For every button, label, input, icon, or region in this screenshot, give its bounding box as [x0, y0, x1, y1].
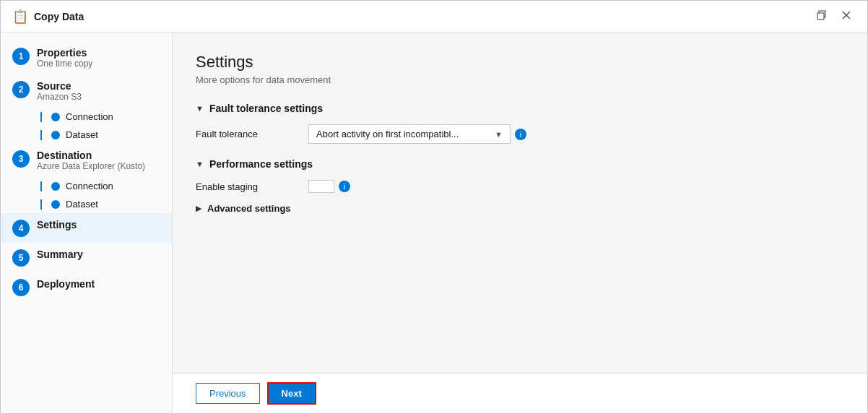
- performance-section-header: ▼ Performance settings: [196, 158, 844, 170]
- fault-tolerance-section: ▼ Fault tolerance settings Fault toleran…: [196, 103, 844, 144]
- svg-rect-1: [817, 13, 824, 20]
- advanced-settings-label: Advanced settings: [207, 203, 291, 214]
- source-sub-items: Connection Dataset: [1, 108, 172, 144]
- source-dataset-label: Dataset: [66, 129, 98, 140]
- fault-tolerance-label: Fault tolerance: [196, 129, 297, 139]
- step-sublabel-source: Amazon S3: [37, 92, 82, 102]
- source-dataset-item[interactable]: Dataset: [37, 126, 172, 144]
- step-label-settings: Settings: [37, 219, 77, 230]
- content-area: Settings More options for data movement …: [173, 33, 867, 413]
- fault-section-header: ▼ Fault tolerance settings: [196, 103, 844, 114]
- staging-wrap: i: [308, 180, 350, 193]
- destination-sub-items: Connection Dataset: [1, 177, 172, 213]
- fault-tolerance-row: Fault tolerance Abort activity on first …: [196, 124, 844, 144]
- step-label-deployment: Deployment: [37, 278, 95, 290]
- step-label-destination: Destination: [37, 150, 145, 161]
- restore-button[interactable]: [812, 9, 831, 24]
- source-connection-dot: [51, 113, 60, 121]
- fault-tolerance-info-icon[interactable]: i: [515, 129, 526, 140]
- step-badge-5: 5: [12, 249, 30, 267]
- step-badge-3: 3: [12, 150, 30, 168]
- previous-button[interactable]: Previous: [196, 383, 260, 404]
- sidebar: 1 Properties One time copy 2 Source Amaz…: [1, 33, 173, 413]
- window-title: Copy Data: [34, 11, 84, 22]
- sidebar-step-settings[interactable]: 4 Settings: [1, 213, 172, 243]
- step-label-source: Source: [37, 80, 82, 92]
- page-title: Settings: [196, 53, 844, 72]
- copy-data-window: 📋 Copy Data 1: [0, 0, 868, 414]
- step-info-6: Deployment: [37, 278, 95, 290]
- step-sublabel-properties: One time copy: [37, 59, 92, 69]
- step-label-properties: Properties: [37, 47, 92, 59]
- footer: Previous Next: [173, 373, 867, 413]
- content-inner: Settings More options for data movement …: [173, 33, 867, 373]
- performance-section: ▼ Performance settings Enable staging i …: [196, 158, 844, 214]
- copy-data-icon: 📋: [12, 9, 28, 25]
- enable-staging-row: Enable staging i: [196, 180, 844, 193]
- step-info-3: Destination Azure Data Explorer (Kusto): [37, 150, 145, 171]
- step-info-5: Summary: [37, 249, 83, 260]
- main-body: 1 Properties One time copy 2 Source Amaz…: [1, 33, 867, 413]
- source-connection-label: Connection: [66, 111, 113, 122]
- fault-collapse-icon[interactable]: ▼: [196, 104, 204, 113]
- fault-section-title: Fault tolerance settings: [209, 103, 323, 114]
- step-badge-2: 2: [12, 81, 30, 98]
- close-button[interactable]: [837, 9, 856, 24]
- destination-dataset-item[interactable]: Dataset: [37, 195, 172, 213]
- sidebar-step-source[interactable]: 2 Source Amazon S3: [1, 74, 172, 108]
- step-info-2: Source Amazon S3: [37, 80, 82, 102]
- step-badge-6: 6: [12, 279, 30, 296]
- title-bar-left: 📋 Copy Data: [12, 9, 84, 25]
- next-button[interactable]: Next: [267, 382, 316, 405]
- staging-info-icon[interactable]: i: [339, 181, 350, 192]
- destination-dataset-label: Dataset: [66, 199, 98, 210]
- performance-collapse-icon[interactable]: ▼: [196, 160, 204, 168]
- sub-line3: [40, 181, 42, 191]
- step-badge-1: 1: [12, 48, 30, 65]
- sidebar-step-deployment[interactable]: 6 Deployment: [1, 272, 172, 302]
- performance-section-title: Performance settings: [209, 158, 313, 170]
- fault-tolerance-select-wrap: Abort activity on first incompatibl... ▼…: [308, 124, 526, 144]
- sub-line: [40, 112, 42, 122]
- page-subtitle: More options for data movement: [196, 74, 844, 85]
- destination-connection-dot: [51, 182, 60, 191]
- step-info-1: Properties One time copy: [37, 47, 92, 69]
- step-label-summary: Summary: [37, 249, 83, 260]
- destination-dataset-dot: [51, 200, 60, 209]
- source-dataset-dot: [51, 131, 60, 139]
- advanced-expand-icon: ▶: [196, 204, 201, 213]
- destination-connection-label: Connection: [66, 181, 113, 191]
- source-connection-item[interactable]: Connection: [37, 108, 172, 126]
- enable-staging-toggle[interactable]: [308, 180, 334, 193]
- fault-tolerance-value: Abort activity on first incompatibl...: [316, 129, 459, 139]
- sidebar-step-properties[interactable]: 1 Properties One time copy: [1, 41, 172, 74]
- sub-line2: [40, 130, 42, 140]
- fault-tolerance-select[interactable]: Abort activity on first incompatibl... ▼: [308, 124, 511, 144]
- title-bar: 📋 Copy Data: [1, 1, 867, 33]
- step-sublabel-destination: Azure Data Explorer (Kusto): [37, 161, 145, 171]
- advanced-settings-row[interactable]: ▶ Advanced settings: [196, 203, 844, 214]
- sub-line4: [40, 199, 42, 210]
- title-bar-controls: [812, 9, 856, 24]
- sidebar-step-summary[interactable]: 5 Summary: [1, 243, 172, 272]
- fault-tolerance-arrow: ▼: [495, 130, 503, 139]
- enable-staging-label: Enable staging: [196, 181, 297, 192]
- step-info-4: Settings: [37, 219, 77, 230]
- sidebar-step-destination[interactable]: 3 Destination Azure Data Explorer (Kusto…: [1, 144, 172, 177]
- destination-connection-item[interactable]: Connection: [37, 177, 172, 195]
- step-badge-4: 4: [12, 220, 30, 237]
